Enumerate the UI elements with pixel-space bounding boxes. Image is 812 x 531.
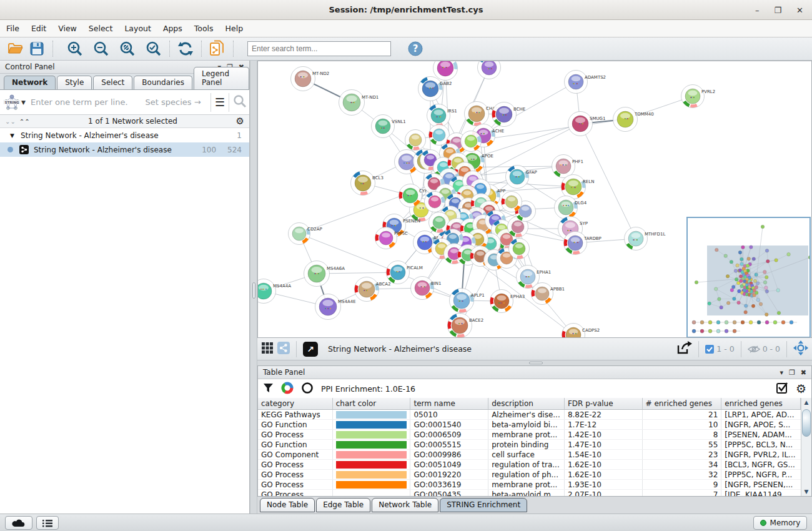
node-ms4a6a[interactable]: MS4A6A <box>304 261 345 287</box>
column-header[interactable]: description <box>488 398 565 409</box>
cloud-button[interactable] <box>5 516 32 530</box>
filter-funnel-icon[interactable] <box>263 383 274 395</box>
table-settings-gear-icon[interactable]: ⚙ <box>796 382 806 395</box>
node[interactable] <box>461 131 482 152</box>
collection-expand-icon[interactable]: ▼ <box>10 132 14 139</box>
column-header[interactable]: enriched genes <box>721 398 801 409</box>
open-in-browser-icon[interactable]: ↗ <box>303 342 318 357</box>
node-tardbp[interactable]: TARDBP <box>564 232 602 255</box>
search-input[interactable] <box>247 41 391 56</box>
horizontal-splitter[interactable] <box>257 360 812 365</box>
column-header[interactable]: FDR p-value <box>565 398 643 409</box>
node-pvrl2[interactable]: PVRL2 <box>681 85 716 108</box>
table-panel-float-icon[interactable]: ❐ <box>789 369 795 377</box>
node[interactable] <box>405 130 426 151</box>
select-rows-checkbox-icon[interactable] <box>776 382 788 395</box>
node-mthfd1l[interactable]: MTHFD1L <box>625 227 666 251</box>
share-view-icon[interactable] <box>277 342 290 356</box>
node-apbb1[interactable]: APBB1 <box>532 283 565 305</box>
node[interactable] <box>502 192 522 212</box>
node-ms4a4a[interactable]: MS4A4A <box>258 279 291 304</box>
node-cd2ap[interactable]: CD2AP <box>289 223 322 245</box>
node-ms4a4e[interactable]: MS4A4E <box>315 294 356 320</box>
tab-edge-table[interactable]: Edge Table <box>316 498 370 512</box>
table-row[interactable]: GO FunctionGO:0005515protein binding1.47… <box>258 440 801 450</box>
enrichment-table[interactable]: categorychart colorterm namedescriptionF… <box>258 398 801 496</box>
import-network-button[interactable] <box>207 39 228 58</box>
node[interactable] <box>478 61 501 79</box>
node-dlg4[interactable]: DLG4 <box>555 196 587 219</box>
export-network-icon[interactable] <box>676 340 692 357</box>
vertical-splitter[interactable] <box>250 61 257 514</box>
table-panel-close-icon[interactable]: ✖ <box>801 369 806 377</box>
scrollbar-thumb[interactable] <box>802 409 811 437</box>
zoom-fit-button[interactable] <box>117 39 138 58</box>
maximize-button[interactable]: ❐ <box>774 6 781 15</box>
node[interactable] <box>425 192 445 212</box>
table-row[interactable]: GO ProcessGO:0019220regulation of ph...1… <box>258 470 801 480</box>
scroll-up-icon[interactable]: ▲ <box>801 398 811 407</box>
birdseye-view[interactable] <box>686 217 811 338</box>
node-mt-nd2[interactable]: MT-ND2 <box>291 67 330 91</box>
refresh-layout-button[interactable] <box>175 39 196 58</box>
help-icon[interactable]: ? <box>405 39 426 58</box>
node-smug1[interactable]: SMUG1 <box>568 112 606 136</box>
chart-donut-icon[interactable] <box>281 382 294 396</box>
tab-boundaries[interactable]: Boundaries <box>134 76 192 89</box>
menu-item-tools[interactable]: Tools <box>194 24 214 33</box>
open-session-button[interactable] <box>5 39 26 58</box>
node-gfap[interactable]: GFAP <box>506 166 537 189</box>
memory-button[interactable]: Memory <box>753 516 807 530</box>
node-vsnl1[interactable]: VSNL1 <box>372 115 406 138</box>
string-search-icon[interactable] <box>233 94 247 110</box>
scroll-down-icon[interactable]: ▼ <box>801 487 811 496</box>
node[interactable] <box>509 239 530 259</box>
tab-network[interactable]: Network <box>4 76 56 89</box>
menu-item-select[interactable]: Select <box>89 24 113 33</box>
table-row[interactable]: GO ProcessGO:0051049regulation of tra...… <box>258 460 801 470</box>
zoom-in-button[interactable] <box>64 39 86 58</box>
tab-node-table[interactable]: Node Table <box>260 498 315 512</box>
zoom-out-button[interactable] <box>91 39 112 58</box>
node-irs1[interactable]: IRS1 <box>427 104 457 127</box>
task-list-button[interactable] <box>36 516 59 530</box>
table-row[interactable]: GO ProcessGO:0050435beta-amyloid m...2.0… <box>258 490 801 496</box>
save-session-button[interactable] <box>26 39 47 58</box>
minimize-button[interactable]: – <box>755 6 760 15</box>
tab-select[interactable]: Select <box>93 76 132 89</box>
menu-item-edit[interactable]: Edit <box>31 24 46 33</box>
column-header[interactable]: chart color <box>333 398 411 409</box>
node-epha3[interactable]: EPHA3 <box>490 290 525 313</box>
network-row[interactable]: String Network - Alzheimer's disease 100… <box>0 142 249 157</box>
ring-chart-icon[interactable] <box>301 382 314 396</box>
node-phf1[interactable]: PHF1 <box>552 155 583 178</box>
tab-legend-panel[interactable]: Legend Panel <box>194 67 249 89</box>
network-canvas[interactable]: MT-ND2MT-ND1VSNL1GAB2IRS1CHATBCHEACHESMU… <box>257 61 812 338</box>
node-bcl3[interactable]: BCL3 <box>351 171 384 196</box>
node[interactable] <box>433 61 458 81</box>
menu-item-help[interactable]: Help <box>225 24 244 33</box>
node-cadps2[interactable]: CADPS2 <box>562 324 600 338</box>
string-options-icon[interactable]: ☰ <box>215 96 225 109</box>
column-header[interactable]: term name <box>410 398 488 409</box>
navigator-move-icon[interactable] <box>793 340 808 357</box>
node-abca2[interactable]: ABCA2 <box>355 277 391 302</box>
close-button[interactable]: ✕ <box>796 6 803 15</box>
table-vertical-scrollbar[interactable]: ▲ ▼ <box>801 398 811 496</box>
menu-item-file[interactable]: File <box>6 24 19 33</box>
node-adamts2[interactable]: ADAMTS2 <box>565 71 607 94</box>
menu-item-apps[interactable]: Apps <box>163 24 182 33</box>
node-bace2[interactable]: BACE2 <box>448 314 484 338</box>
column-header[interactable]: # enriched genes <box>643 398 722 409</box>
tab-style[interactable]: Style <box>57 76 92 89</box>
table-row[interactable]: GO ProcessGO:0006509membrane prot...1.42… <box>258 430 801 440</box>
table-row[interactable]: GO ProcessGO:0033619membrane prot...1.93… <box>258 480 801 490</box>
string-query-placeholder[interactable]: Enter one term per line. <box>31 97 128 107</box>
node-bche[interactable]: BCHE <box>492 102 526 127</box>
string-logo-icon[interactable]: STRING ▼ <box>2 93 26 112</box>
network-options-gear-icon[interactable]: ⚙ <box>236 116 244 127</box>
node-bin1[interactable]: BIN1 <box>411 277 442 300</box>
table-row[interactable]: KEGG Pathways05010Alzheimer's dise...8.8… <box>258 410 801 420</box>
grid-view-icon[interactable] <box>261 342 274 356</box>
node-reln[interactable]: RELN <box>562 175 595 199</box>
